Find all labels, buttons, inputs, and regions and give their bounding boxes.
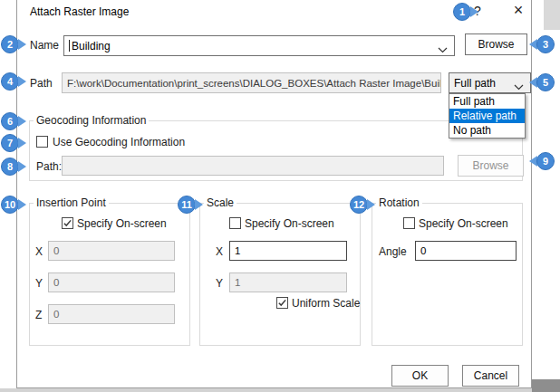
- geocoding-legend: Geocoding Information: [34, 114, 149, 127]
- dialog-title: Attach Raster Image: [30, 5, 129, 18]
- insertion-x-field: 0: [48, 241, 175, 261]
- option-relative-path[interactable]: Relative path: [449, 109, 525, 123]
- uniform-scale-checkbox[interactable]: [276, 297, 288, 309]
- geocoding-path-label: Path:: [36, 160, 62, 173]
- ok-button[interactable]: OK: [391, 365, 449, 387]
- scale-x-label: X: [216, 245, 223, 258]
- scale-x-field[interactable]: 1: [229, 241, 347, 261]
- callout-3: 3: [529, 35, 555, 53]
- insertion-specify-onscreen-checkbox[interactable]: [62, 217, 73, 229]
- callout-10: 10: [1, 196, 26, 214]
- name-browse-button[interactable]: Browse: [465, 33, 527, 55]
- background-window-fragment: [544, 0, 560, 30]
- name-value: Building: [72, 40, 111, 53]
- scale-legend: Scale: [204, 196, 237, 209]
- angle-field[interactable]: 0: [415, 241, 517, 261]
- option-no-path[interactable]: No path: [449, 123, 525, 138]
- callout-4: 4: [1, 72, 26, 91]
- geocoding-browse-button: Browse: [458, 155, 524, 177]
- callout-5: 5: [529, 73, 555, 91]
- path-field: F:\work\Documentation\print_screens\DIAL…: [62, 72, 441, 93]
- callout-2: 2: [1, 35, 26, 53]
- callout-8: 8: [1, 158, 26, 176]
- use-geocoding-label: Use Geocoding Information: [53, 136, 185, 148]
- callout-12: 12: [350, 196, 375, 214]
- uniform-scale-label: Uniform Scale: [292, 297, 360, 310]
- cancel-button[interactable]: Cancel: [462, 365, 519, 387]
- name-label: Name: [30, 39, 59, 52]
- callout-9: 9: [529, 152, 555, 170]
- background-strip: [0, 388, 560, 392]
- screenshot-root: Attach Raster Image ? × Name Building Br…: [0, 0, 560, 392]
- path-type-value: Full path: [454, 77, 496, 90]
- insertion-specify-onscreen-label: Specify On-screen: [77, 217, 167, 230]
- chevron-down-icon: [514, 81, 524, 93]
- insertion-z-field: 0: [48, 304, 175, 324]
- insertion-z-label: Z: [35, 309, 42, 321]
- insertion-x-label: X: [35, 245, 43, 258]
- rotation-specify-onscreen-checkbox[interactable]: [403, 217, 415, 229]
- checkmark-icon: [63, 218, 72, 228]
- geocoding-path-field: [62, 156, 444, 176]
- rotation-specify-onscreen-label: Specify On-screen: [419, 217, 508, 230]
- callout-11: 11: [178, 196, 203, 214]
- callout-6: 6: [1, 112, 26, 130]
- option-full-path[interactable]: Full path: [449, 94, 525, 109]
- angle-label: Angle: [379, 245, 407, 258]
- callout-7: 7: [1, 134, 26, 152]
- scale-y-field: 1: [229, 272, 347, 292]
- scale-y-label: Y: [216, 277, 223, 290]
- rotation-legend: Rotation: [376, 196, 422, 209]
- use-geocoding-checkbox[interactable]: [36, 136, 48, 148]
- scale-specify-onscreen-checkbox[interactable]: [229, 217, 241, 229]
- callout-1: 1: [453, 3, 478, 21]
- checkmark-icon: [277, 298, 287, 308]
- background-window-fragment-bottom-right: [532, 379, 560, 392]
- insertion-y-label: Y: [35, 277, 43, 290]
- chevron-down-icon[interactable]: [438, 43, 448, 56]
- close-icon[interactable]: ×: [508, 1, 528, 20]
- path-label: Path: [30, 77, 53, 90]
- path-type-dropdown-list: Full path Relative path No path: [449, 93, 526, 139]
- text-caret: [69, 40, 70, 52]
- insertion-point-legend: Insertion Point: [34, 196, 109, 209]
- name-combobox[interactable]: Building: [63, 35, 455, 56]
- scale-specify-onscreen-label: Specify On-screen: [245, 217, 334, 230]
- insertion-y-field: 0: [48, 272, 175, 292]
- path-type-select[interactable]: Full path: [449, 72, 531, 93]
